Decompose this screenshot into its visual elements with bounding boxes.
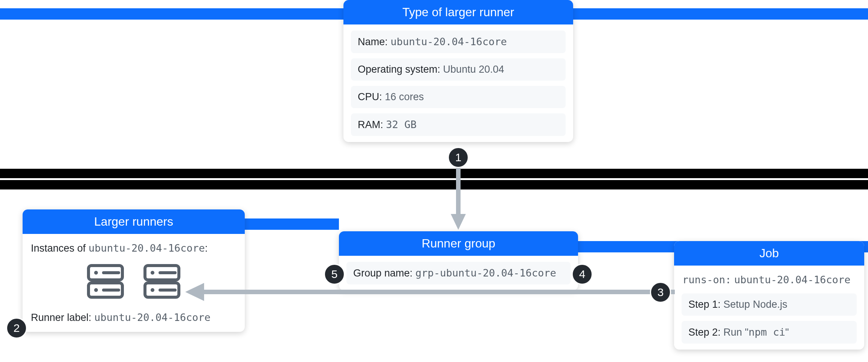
type-cpu-value: 16 cores <box>385 91 424 102</box>
runner-label-label: Runner label: <box>31 312 92 323</box>
type-of-larger-runner-card: Type of larger runner Name: ubuntu-20.04… <box>343 0 573 142</box>
larger-runners-title: Larger runners <box>23 209 245 234</box>
badge-1: 1 <box>448 147 469 168</box>
type-cpu-row: CPU: 16 cores <box>351 86 566 108</box>
type-name-label: Name: <box>358 36 388 47</box>
instances-label: Instances of <box>31 243 86 254</box>
instances-value: ubuntu-20.04-16core <box>88 242 205 254</box>
type-ram-row: RAM: 32 GB <box>351 113 566 136</box>
group-name-label: Group name: <box>353 267 413 279</box>
svg-point-6 <box>94 271 98 275</box>
instances-row: Instances of ubuntu-20.04-16core: <box>30 240 237 257</box>
server-icon <box>141 263 183 302</box>
step1-value: Setup Node.js <box>723 299 787 310</box>
runner-group-title: Runner group <box>339 231 578 256</box>
badge-5: 5 <box>324 264 345 285</box>
runs-on-row: runs-on: ubuntu-20.04-16core <box>682 272 857 288</box>
badge-3: 3 <box>650 282 671 303</box>
badge-4: 4 <box>572 264 593 285</box>
type-ram-value: 32 GB <box>386 119 416 130</box>
svg-point-13 <box>151 288 154 292</box>
step1-row: Step 1: Setup Node.js <box>682 293 857 316</box>
step1-label: Step 1: <box>688 299 721 310</box>
svg-point-12 <box>151 271 154 275</box>
svg-marker-3 <box>185 283 204 301</box>
step2-row: Step 2: Run "npm ci" <box>682 321 857 344</box>
type-name-value: ubuntu-20.04-16core <box>391 36 507 47</box>
runs-on-label: runs-on: <box>682 274 731 286</box>
type-os-value: Ubuntu 20.04 <box>443 64 504 75</box>
runner-label-value: ubuntu-20.04-16core <box>94 312 211 323</box>
type-card-title: Type of larger runner <box>343 0 573 24</box>
step2-suffix: " <box>785 327 789 338</box>
type-cpu-label: CPU: <box>358 91 382 102</box>
badge-2: 2 <box>6 318 27 339</box>
type-ram-label: RAM: <box>358 119 383 130</box>
job-card: Job runs-on: ubuntu-20.04-16core Step 1:… <box>674 241 864 350</box>
black-bar-2 <box>0 180 868 189</box>
type-name-row: Name: ubuntu-20.04-16core <box>351 31 566 53</box>
step2-code: npm ci <box>749 326 786 338</box>
group-name-value: grp-ubuntu-20.04-16core <box>415 267 556 279</box>
step2-label: Step 2: <box>688 327 721 338</box>
larger-runners-card: Larger runners Instances of ubuntu-20.04… <box>23 209 245 332</box>
runs-on-value: ubuntu-20.04-16core <box>734 274 851 286</box>
runner-label-row: Runner label: ubuntu-20.04-16core <box>30 309 237 326</box>
black-bar-1 <box>0 169 868 178</box>
arrow-job-to-runners <box>185 281 675 303</box>
type-os-row: Operating system: Ubuntu 20.04 <box>351 58 566 81</box>
step2-prefix: Run " <box>723 327 749 338</box>
instances-colon: : <box>205 243 208 254</box>
svg-marker-1 <box>451 214 466 230</box>
svg-point-7 <box>94 288 98 292</box>
type-os-label: Operating system: <box>358 64 440 75</box>
job-title: Job <box>674 241 864 266</box>
server-icon <box>85 263 126 302</box>
